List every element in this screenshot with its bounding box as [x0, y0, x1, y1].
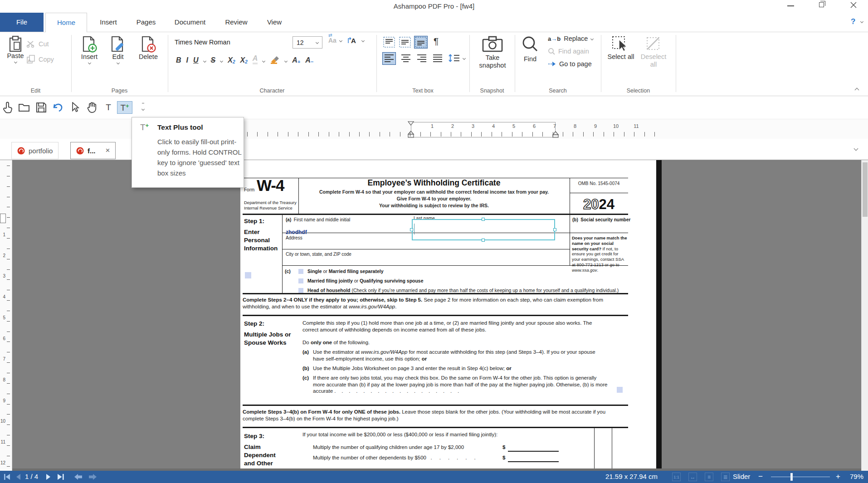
highlight-chevron-icon[interactable]: [284, 59, 288, 63]
replace-button[interactable]: a→b Replace: [548, 35, 593, 42]
find-button[interactable]: Find: [518, 36, 542, 63]
first-name-value[interactable]: zhodhdf: [286, 229, 307, 235]
insert-page-button[interactable]: Insert: [76, 36, 102, 64]
open-file-button[interactable]: [17, 101, 31, 114]
form-field-checkbox[interactable]: [245, 272, 251, 278]
fit-page-button[interactable]: ≡: [705, 473, 713, 481]
last-page-button[interactable]: [57, 473, 64, 480]
first-page-button[interactable]: [4, 473, 11, 480]
edit-page-button[interactable]: Edit: [106, 36, 130, 64]
close-icon[interactable]: [850, 2, 857, 8]
grow-font-button[interactable]: A+: [292, 56, 300, 64]
text-plus-tool-button[interactable]: T+: [117, 101, 132, 114]
tab-pages[interactable]: Pages: [129, 13, 163, 32]
take-snapshot-button[interactable]: Take snapshot: [473, 36, 512, 69]
deselect-all-button[interactable]: Deselect all: [639, 36, 668, 68]
tab-list-chevron-icon[interactable]: [854, 146, 858, 151]
font-name-combo[interactable]: Times New Roman: [175, 39, 230, 46]
pan-tool-button[interactable]: [85, 101, 99, 114]
change-case-button[interactable]: ⇄ Aa: [328, 37, 342, 44]
tab-insert[interactable]: Insert: [91, 13, 126, 32]
handle-bottom[interactable]: [482, 239, 485, 242]
restore-icon[interactable]: [819, 2, 824, 7]
handle-top[interactable]: [482, 218, 485, 221]
handle-left[interactable]: [410, 228, 413, 231]
ribbon-collapse-button[interactable]: [855, 88, 859, 93]
font-color-chevron-icon[interactable]: [262, 59, 265, 63]
align-left-button[interactable]: [382, 52, 396, 65]
align-justify-button[interactable]: [431, 52, 444, 65]
tab-review[interactable]: Review: [217, 13, 256, 32]
minimize-icon[interactable]: [787, 5, 794, 6]
continuous-view-button[interactable]: ≣: [721, 473, 730, 481]
underline-chevron-icon[interactable]: [203, 59, 206, 63]
checkbox-single[interactable]: [298, 269, 303, 274]
superscript-button[interactable]: X2: [240, 56, 247, 64]
find-again-button[interactable]: Find again: [548, 48, 589, 55]
save-button[interactable]: [34, 101, 48, 114]
next-page-button[interactable]: [45, 473, 52, 480]
next-view-button[interactable]: [88, 473, 97, 480]
cut-button[interactable]: Cut: [26, 40, 49, 48]
tab-close-icon[interactable]: ×: [106, 146, 110, 155]
font-color-button[interactable]: A: [253, 54, 258, 64]
pdf-page[interactable]: Form W-4 Department of the Treasury Inte…: [240, 160, 656, 471]
fit-width-button[interactable]: ↔: [688, 473, 697, 481]
delete-page-button[interactable]: Delete: [134, 36, 162, 60]
actual-size-button[interactable]: 1:1: [672, 473, 681, 481]
help-chevron-icon[interactable]: [860, 20, 863, 23]
touch-tool-button[interactable]: [1, 101, 15, 114]
v-ruler-marker[interactable]: [0, 214, 6, 223]
text-direction-button[interactable]: A: [351, 37, 364, 44]
tab-home[interactable]: Home: [45, 13, 87, 32]
vertical-scrollbar[interactable]: [861, 160, 868, 471]
strikethrough-button[interactable]: S: [211, 56, 216, 64]
help-icon[interactable]: ?: [851, 17, 855, 26]
highlight-button[interactable]: [270, 55, 280, 64]
handle-right[interactable]: [553, 228, 556, 231]
doc-tab-portfolio[interactable]: portfolio: [11, 142, 59, 159]
tab-view[interactable]: View: [258, 13, 290, 32]
dept-line2: Internal Revenue Service: [244, 205, 293, 210]
go-to-page-button[interactable]: Go to page: [548, 60, 592, 68]
previous-page-button[interactable]: [15, 473, 21, 480]
font-size-combo[interactable]: 12: [293, 36, 322, 49]
subscript-button[interactable]: X2: [228, 56, 235, 64]
indent-markers-icon[interactable]: [408, 121, 414, 138]
bold-button[interactable]: B: [176, 56, 181, 64]
ruler-tick: [7, 217, 10, 218]
zoom-in-button[interactable]: +: [836, 472, 840, 481]
valign-bottom-button[interactable]: [414, 36, 428, 49]
right-indent-marker-icon[interactable]: [552, 131, 559, 138]
copy-button[interactable]: A Copy: [26, 55, 54, 64]
step2c-checkbox[interactable]: [617, 387, 623, 393]
checkbox-head-of-household[interactable]: [298, 288, 303, 293]
align-center-button[interactable]: [399, 52, 413, 65]
selected-text-box[interactable]: [412, 219, 555, 240]
line-spacing-button[interactable]: [448, 54, 465, 63]
shrink-font-button[interactable]: A−: [305, 56, 313, 64]
tab-file[interactable]: File: [0, 13, 44, 32]
toolbar-overflow-button[interactable]: [136, 101, 150, 114]
text-tool-button[interactable]: T: [102, 101, 115, 114]
zoom-slider-track[interactable]: [771, 477, 830, 477]
valign-top-button[interactable]: [382, 36, 396, 49]
italic-button[interactable]: I: [186, 56, 188, 64]
previous-view-button[interactable]: [74, 473, 83, 480]
tab-document[interactable]: Document: [166, 13, 214, 32]
checkbox-married-jointly[interactable]: [298, 278, 303, 283]
valign-middle-button[interactable]: [398, 36, 412, 49]
doc-tab-fw4[interactable]: f... ×: [70, 142, 116, 159]
document-area[interactable]: 123456789101112 Form W-4 Department of t…: [0, 160, 868, 471]
align-right-button[interactable]: [415, 52, 429, 65]
select-tool-button[interactable]: [69, 101, 83, 114]
select-all-button[interactable]: Select all: [607, 36, 635, 61]
strikethrough-chevron-icon[interactable]: [220, 59, 223, 63]
underline-button[interactable]: U: [193, 56, 199, 64]
paste-button[interactable]: Paste: [5, 36, 26, 63]
scrollbar-thumb[interactable]: [863, 162, 868, 217]
zoom-slider-handle[interactable]: [790, 473, 793, 481]
zoom-out-button[interactable]: −: [758, 472, 763, 481]
pilcrow-button[interactable]: ¶: [434, 36, 439, 47]
undo-button[interactable]: [52, 101, 65, 114]
